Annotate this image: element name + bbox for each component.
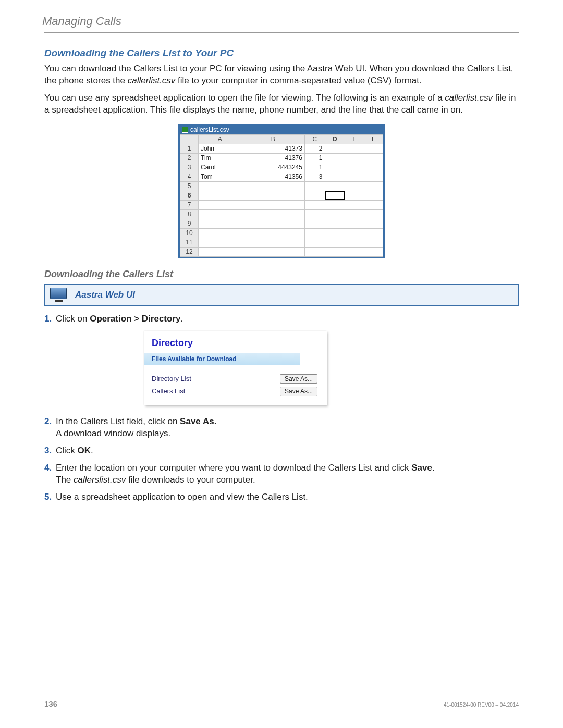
cell: [241, 247, 305, 256]
cell: [304, 228, 325, 238]
cell: [325, 228, 345, 238]
col-header: C: [304, 134, 325, 144]
monitor-icon: [50, 288, 68, 302]
cell: [241, 200, 305, 209]
directory-title: Directory: [144, 337, 327, 353]
cell: [345, 209, 364, 219]
save-as-button[interactable]: Save As...: [280, 387, 317, 396]
corner-cell: [180, 134, 199, 144]
cell: [345, 163, 364, 172]
col-header: F: [364, 134, 383, 144]
text: file downloads to your computer.: [126, 475, 255, 485]
cell: [199, 228, 241, 238]
cell: [325, 172, 345, 181]
col-header: B: [241, 134, 305, 144]
row-header: 8: [180, 209, 199, 219]
step: Click on Operation > Directory. Director…: [44, 313, 519, 405]
directory-subtitle: Files Available for Download: [144, 353, 300, 365]
cell: [364, 163, 383, 172]
cell: 1: [304, 163, 325, 172]
cell: [325, 200, 345, 209]
cell: 1: [304, 153, 325, 163]
cell: [345, 191, 364, 200]
cell: [325, 153, 345, 163]
page-footer: 136 41-001524-00 REV00 – 04.2014: [44, 696, 519, 708]
row-header: 4: [180, 172, 199, 181]
cell: [199, 238, 241, 247]
col-header: E: [345, 134, 364, 144]
text-bold: OK: [78, 446, 91, 455]
spreadsheet-window: callersList.csv A B C D E F 1John413732 …: [178, 124, 385, 258]
spreadsheet-titlebar: callersList.csv: [180, 125, 383, 134]
directory-row: Callers List Save As...: [144, 386, 327, 398]
cell: [345, 172, 364, 181]
text: Enter the location on your computer wher…: [56, 463, 411, 473]
spreadsheet-grid: A B C D E F 1John413732 2Tim413761 3Caro…: [180, 134, 383, 257]
section-heading: Downloading the Callers List to Your PC: [44, 47, 519, 59]
text: .: [181, 314, 183, 324]
text: Click: [56, 446, 78, 455]
text: file to your computer in comma-separated…: [175, 76, 421, 85]
cell: [345, 247, 364, 256]
cell: [325, 209, 345, 219]
cell: [199, 219, 241, 228]
callout-label: Aastra Web UI: [75, 290, 135, 300]
filename: callerslist.csv: [74, 475, 126, 485]
cell: [241, 219, 305, 228]
row-header: 1: [180, 144, 199, 153]
cell: 3: [304, 172, 325, 181]
page-number: 136: [44, 699, 57, 708]
filename: callerlist.csv: [128, 76, 176, 85]
text: The: [56, 475, 74, 485]
subsection-heading: Downloading the Callers List: [44, 269, 519, 280]
cell: [241, 181, 305, 191]
cell: [364, 172, 383, 181]
cell: [345, 219, 364, 228]
cell: [325, 163, 345, 172]
cell: Tim: [199, 153, 241, 163]
cell: [364, 247, 383, 256]
cell: [364, 181, 383, 191]
cell: [364, 238, 383, 247]
row-header: 6: [180, 191, 199, 200]
step: In the Callers List field, click on Save…: [44, 416, 519, 440]
col-header: A: [199, 134, 241, 144]
text: .: [432, 463, 435, 473]
save-as-button[interactable]: Save As...: [280, 374, 317, 384]
horizontal-rule: [44, 32, 519, 33]
cell: [199, 191, 241, 200]
cell: [304, 247, 325, 256]
cell: [364, 200, 383, 209]
directory-row: Directory List Save As...: [144, 373, 327, 386]
text: Click on: [56, 314, 90, 324]
paragraph: You can use any spreadsheet application …: [44, 92, 519, 116]
spreadsheet-filename: callersList.csv: [190, 126, 229, 133]
row-header: 7: [180, 200, 199, 209]
row-header: 9: [180, 219, 199, 228]
cell: [325, 219, 345, 228]
text: .: [91, 446, 93, 455]
row-header: 11: [180, 238, 199, 247]
cell: [304, 191, 325, 200]
cell: [241, 238, 305, 247]
cell: [199, 247, 241, 256]
cell: 41356: [241, 172, 305, 181]
cell: [325, 238, 345, 247]
cell: [199, 209, 241, 219]
directory-row-label: Directory List: [152, 374, 191, 384]
cell: [364, 191, 383, 200]
step: Click OK.: [44, 445, 519, 457]
cell: [304, 238, 325, 247]
cell: [345, 144, 364, 153]
cell: 2: [304, 144, 325, 153]
cell: 41376: [241, 153, 305, 163]
cell: [241, 191, 305, 200]
cell: [345, 200, 364, 209]
cell: John: [199, 144, 241, 153]
cell: [199, 181, 241, 191]
cell: [304, 181, 325, 191]
cell: 4443245: [241, 163, 305, 172]
text-bold: Save: [411, 463, 432, 473]
chapter-title: Managing Calls: [42, 15, 519, 28]
cell: [325, 181, 345, 191]
